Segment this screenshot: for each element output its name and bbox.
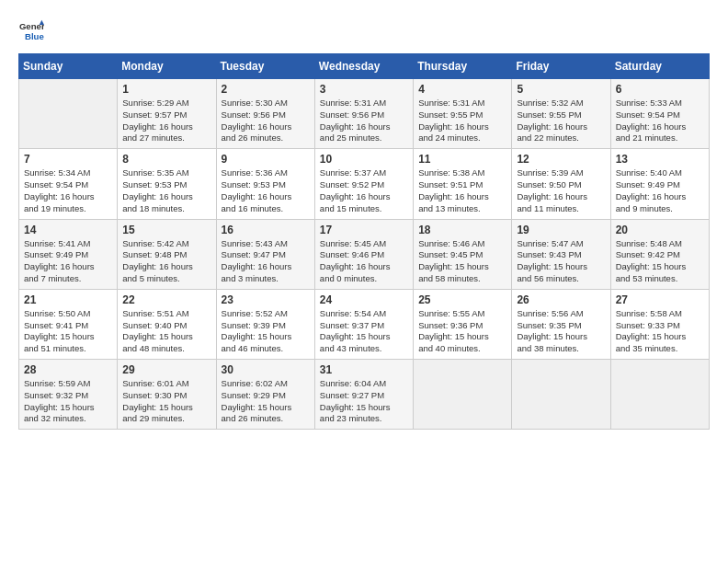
day-info: Sunrise: 5:32 AM Sunset: 9:55 PM Dayligh… — [517, 98, 605, 144]
day-number: 31 — [320, 363, 408, 376]
day-number: 27 — [616, 293, 704, 306]
day-number: 23 — [222, 293, 310, 306]
day-number: 7 — [24, 153, 112, 166]
calendar-cell: 3Sunrise: 5:31 AM Sunset: 9:56 PM Daylig… — [314, 79, 413, 149]
calendar-cell: 11Sunrise: 5:38 AM Sunset: 9:51 PM Dayli… — [414, 149, 512, 219]
day-info: Sunrise: 5:52 AM Sunset: 9:39 PM Dayligh… — [222, 308, 310, 355]
day-number: 6 — [616, 83, 704, 96]
day-info: Sunrise: 5:39 AM Sunset: 9:50 PM Dayligh… — [517, 167, 605, 214]
day-header-monday: Monday — [118, 54, 216, 79]
day-number: 12 — [517, 153, 605, 166]
day-info: Sunrise: 5:37 AM Sunset: 9:52 PM Dayligh… — [320, 167, 408, 214]
days-header-row: SundayMondayTuesdayWednesdayThursdayFrid… — [19, 54, 710, 79]
calendar-cell: 12Sunrise: 5:39 AM Sunset: 9:50 PM Dayli… — [512, 149, 610, 219]
day-header-saturday: Saturday — [610, 54, 709, 79]
day-info: Sunrise: 5:56 AM Sunset: 9:35 PM Dayligh… — [517, 308, 605, 355]
day-info: Sunrise: 5:54 AM Sunset: 9:37 PM Dayligh… — [320, 308, 408, 355]
calendar-cell: 22Sunrise: 5:51 AM Sunset: 9:40 PM Dayli… — [118, 289, 216, 359]
day-number: 13 — [616, 153, 704, 166]
calendar-cell: 27Sunrise: 5:58 AM Sunset: 9:33 PM Dayli… — [610, 289, 709, 359]
calendar-cell: 10Sunrise: 5:37 AM Sunset: 9:52 PM Dayli… — [314, 149, 413, 219]
day-number: 26 — [517, 293, 605, 306]
day-number: 2 — [222, 83, 310, 96]
calendar-cell: 26Sunrise: 5:56 AM Sunset: 9:35 PM Dayli… — [512, 289, 610, 359]
day-info: Sunrise: 5:48 AM Sunset: 9:42 PM Dayligh… — [616, 238, 704, 285]
day-info: Sunrise: 5:30 AM Sunset: 9:56 PM Dayligh… — [222, 98, 310, 144]
day-number: 10 — [320, 153, 408, 166]
day-number: 16 — [222, 224, 310, 236]
day-number: 21 — [24, 293, 112, 306]
day-number: 22 — [122, 293, 210, 306]
calendar-week-row: 21Sunrise: 5:50 AM Sunset: 9:41 PM Dayli… — [19, 289, 710, 359]
day-info: Sunrise: 5:38 AM Sunset: 9:51 PM Dayligh… — [418, 167, 506, 214]
day-number: 18 — [418, 224, 506, 236]
day-number: 29 — [122, 363, 210, 376]
day-header-tuesday: Tuesday — [216, 54, 314, 79]
logo: General Blue — [18, 18, 48, 44]
calendar-cell: 31Sunrise: 6:04 AM Sunset: 9:27 PM Dayli… — [314, 360, 413, 430]
calendar-cell: 4Sunrise: 5:31 AM Sunset: 9:55 PM Daylig… — [414, 79, 512, 149]
day-info: Sunrise: 5:29 AM Sunset: 9:57 PM Dayligh… — [122, 98, 210, 144]
calendar-cell: 21Sunrise: 5:50 AM Sunset: 9:41 PM Dayli… — [19, 289, 118, 359]
calendar-cell: 23Sunrise: 5:52 AM Sunset: 9:39 PM Dayli… — [216, 289, 314, 359]
page-header: General Blue — [18, 18, 710, 44]
day-info: Sunrise: 5:50 AM Sunset: 9:41 PM Dayligh… — [24, 308, 112, 355]
day-info: Sunrise: 5:59 AM Sunset: 9:32 PM Dayligh… — [24, 378, 112, 425]
calendar-cell: 28Sunrise: 5:59 AM Sunset: 9:32 PM Dayli… — [19, 360, 118, 430]
day-number: 15 — [122, 224, 210, 236]
calendar-cell: 17Sunrise: 5:45 AM Sunset: 9:46 PM Dayli… — [314, 219, 413, 289]
day-info: Sunrise: 5:34 AM Sunset: 9:54 PM Dayligh… — [24, 167, 112, 214]
day-info: Sunrise: 5:47 AM Sunset: 9:43 PM Dayligh… — [517, 238, 605, 285]
day-number: 3 — [320, 83, 408, 96]
day-number: 30 — [222, 363, 310, 376]
day-info: Sunrise: 5:36 AM Sunset: 9:53 PM Dayligh… — [222, 167, 310, 214]
calendar-cell: 20Sunrise: 5:48 AM Sunset: 9:42 PM Dayli… — [610, 219, 709, 289]
day-info: Sunrise: 6:02 AM Sunset: 9:29 PM Dayligh… — [222, 378, 310, 425]
day-header-friday: Friday — [512, 54, 610, 79]
day-info: Sunrise: 5:55 AM Sunset: 9:36 PM Dayligh… — [418, 308, 506, 355]
day-number: 14 — [24, 224, 112, 236]
calendar-week-row: 14Sunrise: 5:41 AM Sunset: 9:49 PM Dayli… — [19, 219, 710, 289]
calendar-cell: 8Sunrise: 5:35 AM Sunset: 9:53 PM Daylig… — [118, 149, 216, 219]
day-info: Sunrise: 5:31 AM Sunset: 9:56 PM Dayligh… — [320, 98, 408, 144]
day-number: 17 — [320, 224, 408, 236]
calendar-cell: 7Sunrise: 5:34 AM Sunset: 9:54 PM Daylig… — [19, 149, 118, 219]
calendar-cell: 14Sunrise: 5:41 AM Sunset: 9:49 PM Dayli… — [19, 219, 118, 289]
calendar-table: SundayMondayTuesdayWednesdayThursdayFrid… — [18, 53, 710, 430]
calendar-week-row: 7Sunrise: 5:34 AM Sunset: 9:54 PM Daylig… — [19, 149, 710, 219]
calendar-cell: 30Sunrise: 6:02 AM Sunset: 9:29 PM Dayli… — [216, 360, 314, 430]
calendar-cell: 1Sunrise: 5:29 AM Sunset: 9:57 PM Daylig… — [118, 79, 216, 149]
calendar-cell — [610, 360, 709, 430]
day-info: Sunrise: 5:51 AM Sunset: 9:40 PM Dayligh… — [122, 308, 210, 355]
day-info: Sunrise: 5:40 AM Sunset: 9:49 PM Dayligh… — [616, 167, 704, 214]
day-info: Sunrise: 5:42 AM Sunset: 9:48 PM Dayligh… — [122, 238, 210, 285]
calendar-cell: 6Sunrise: 5:33 AM Sunset: 9:54 PM Daylig… — [610, 79, 709, 149]
svg-text:Blue: Blue — [25, 31, 44, 41]
day-info: Sunrise: 6:04 AM Sunset: 9:27 PM Dayligh… — [320, 378, 408, 425]
day-header-thursday: Thursday — [414, 54, 512, 79]
calendar-cell: 24Sunrise: 5:54 AM Sunset: 9:37 PM Dayli… — [314, 289, 413, 359]
calendar-week-row: 28Sunrise: 5:59 AM Sunset: 9:32 PM Dayli… — [19, 360, 710, 430]
calendar-week-row: 1Sunrise: 5:29 AM Sunset: 9:57 PM Daylig… — [19, 79, 710, 149]
day-number: 24 — [320, 293, 408, 306]
calendar-cell: 9Sunrise: 5:36 AM Sunset: 9:53 PM Daylig… — [216, 149, 314, 219]
day-info: Sunrise: 5:35 AM Sunset: 9:53 PM Dayligh… — [122, 167, 210, 214]
calendar-cell: 15Sunrise: 5:42 AM Sunset: 9:48 PM Dayli… — [118, 219, 216, 289]
day-info: Sunrise: 5:58 AM Sunset: 9:33 PM Dayligh… — [616, 308, 704, 355]
day-number: 20 — [616, 224, 704, 236]
day-info: Sunrise: 5:31 AM Sunset: 9:55 PM Dayligh… — [418, 98, 506, 144]
calendar-cell: 13Sunrise: 5:40 AM Sunset: 9:49 PM Dayli… — [610, 149, 709, 219]
calendar-cell: 18Sunrise: 5:46 AM Sunset: 9:45 PM Dayli… — [414, 219, 512, 289]
day-number: 1 — [122, 83, 210, 96]
day-header-wednesday: Wednesday — [314, 54, 413, 79]
day-number: 25 — [418, 293, 506, 306]
day-info: Sunrise: 5:46 AM Sunset: 9:45 PM Dayligh… — [418, 238, 506, 285]
day-number: 28 — [24, 363, 112, 376]
day-info: Sunrise: 5:41 AM Sunset: 9:49 PM Dayligh… — [24, 238, 112, 285]
day-number: 5 — [517, 83, 605, 96]
day-number: 9 — [222, 153, 310, 166]
calendar-cell: 5Sunrise: 5:32 AM Sunset: 9:55 PM Daylig… — [512, 79, 610, 149]
calendar-cell — [512, 360, 610, 430]
day-header-sunday: Sunday — [19, 54, 118, 79]
day-info: Sunrise: 5:43 AM Sunset: 9:47 PM Dayligh… — [222, 238, 310, 285]
